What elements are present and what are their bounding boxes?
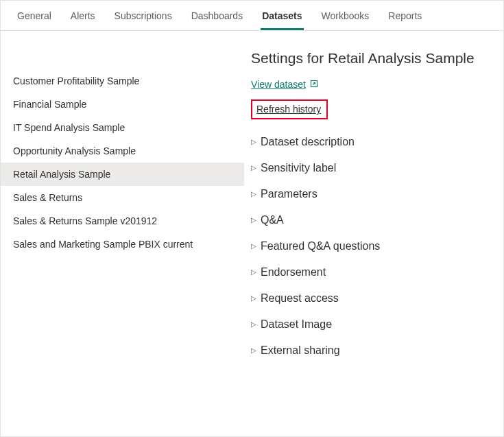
section-dataset-description[interactable]: ▷ Dataset description <box>251 129 496 155</box>
external-link-icon <box>310 80 318 90</box>
sidebar-item-retail-analysis[interactable]: Retail Analysis Sample <box>1 163 244 186</box>
section-label: Endorsement <box>261 266 326 279</box>
view-dataset-link[interactable]: View dataset <box>251 79 318 90</box>
content-area: Customer Profitability Sample Financial … <box>1 31 503 436</box>
tab-datasets[interactable]: Datasets <box>252 1 311 30</box>
section-label: Request access <box>261 292 339 305</box>
section-label: Featured Q&A questions <box>261 240 380 252</box>
tabs-bar: General Alerts Subscriptions Dashboards … <box>1 1 503 31</box>
section-parameters[interactable]: ▷ Parameters <box>251 181 496 207</box>
section-label: Sensitivity label <box>261 162 336 174</box>
chevron-right-icon: ▷ <box>251 321 258 328</box>
section-featured-qa[interactable]: ▷ Featured Q&A questions <box>251 233 496 259</box>
section-sensitivity-label[interactable]: ▷ Sensitivity label <box>251 155 496 181</box>
settings-panel: Settings for Retail Analysis Sample View… <box>244 31 503 436</box>
refresh-history-highlight: Refresh history <box>251 99 328 119</box>
sidebar-item-sales-returns[interactable]: Sales & Returns <box>1 186 244 209</box>
section-label: Dataset Image <box>261 318 332 331</box>
sidebar-item-customer-profitability[interactable]: Customer Profitability Sample <box>1 69 244 93</box>
refresh-history-link[interactable]: Refresh history <box>256 104 321 115</box>
tab-reports[interactable]: Reports <box>379 1 431 30</box>
section-label: External sharing <box>261 344 340 357</box>
chevron-right-icon: ▷ <box>251 295 258 302</box>
sidebar-item-financial-sample[interactable]: Financial Sample <box>1 93 244 116</box>
chevron-right-icon: ▷ <box>251 243 258 250</box>
chevron-right-icon: ▷ <box>251 191 258 198</box>
chevron-right-icon: ▷ <box>251 347 258 354</box>
view-dataset-row: View dataset <box>251 79 496 90</box>
section-request-access[interactable]: ▷ Request access <box>251 285 496 311</box>
section-external-sharing[interactable]: ▷ External sharing <box>251 338 496 364</box>
section-endorsement[interactable]: ▷ Endorsement <box>251 259 496 285</box>
tab-subscriptions[interactable]: Subscriptions <box>105 1 182 30</box>
view-dataset-label: View dataset <box>251 79 306 90</box>
chevron-right-icon: ▷ <box>251 269 258 276</box>
dataset-list: Customer Profitability Sample Financial … <box>1 31 244 436</box>
chevron-right-icon: ▷ <box>251 139 258 145</box>
section-label: Parameters <box>261 188 317 200</box>
section-qa[interactable]: ▷ Q&A <box>251 207 496 233</box>
chevron-right-icon: ▷ <box>251 217 258 224</box>
chevron-right-icon: ▷ <box>251 165 258 172</box>
sidebar-item-it-spend[interactable]: IT Spend Analysis Sample <box>1 116 244 139</box>
sidebar-item-sales-marketing-pbix[interactable]: Sales and Marketing Sample PBIX current <box>1 233 244 256</box>
sidebar-item-sales-returns-v201912[interactable]: Sales & Returns Sample v201912 <box>1 209 244 233</box>
tab-general[interactable]: General <box>8 1 61 30</box>
section-label: Q&A <box>261 214 284 226</box>
section-dataset-image[interactable]: ▷ Dataset Image <box>251 311 496 338</box>
page-title: Settings for Retail Analysis Sample <box>251 50 496 67</box>
tab-dashboards[interactable]: Dashboards <box>182 1 253 30</box>
tab-workbooks[interactable]: Workbooks <box>312 1 379 30</box>
tab-alerts[interactable]: Alerts <box>61 1 105 30</box>
sidebar-item-opportunity-analysis[interactable]: Opportunity Analysis Sample <box>1 139 244 163</box>
section-label: Dataset description <box>261 136 355 148</box>
